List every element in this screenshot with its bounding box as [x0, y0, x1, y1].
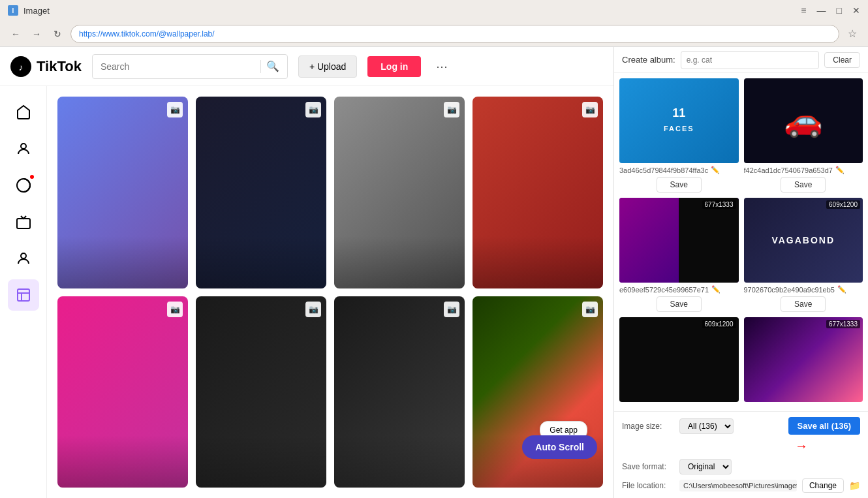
image-thumb-4: 609x1200 VAGABOND [744, 198, 863, 283]
upload-label: + Upload [309, 61, 346, 72]
video-card-1[interactable]: 📷 ▶ 73.9K #fyp #wallpaper ... [57, 97, 188, 288]
edit-icon-3[interactable]: ✏️ [711, 285, 721, 294]
minimize-icon[interactable]: — [817, 5, 826, 16]
video-thumb-1: 📷 ▶ 73.9K [57, 97, 188, 288]
more-button[interactable]: ⋯ [431, 56, 452, 77]
save-icon-4[interactable]: 📷 [582, 102, 598, 117]
sidebar-item-imaget[interactable] [8, 279, 39, 311]
tiktok-wordmark: TikTok [37, 58, 82, 75]
format-select[interactable]: Original [679, 459, 732, 475]
imaget-footer: Image size: All (136) Save all (136) → S… [614, 411, 868, 498]
auto-scroll-button[interactable]: Auto Scroll [522, 435, 597, 459]
svg-rect-4 [17, 219, 30, 228]
tiktok-logo[interactable]: ♪ TikTok [10, 56, 82, 77]
image-content-4: VAGABOND [744, 198, 863, 283]
menu-icon[interactable]: ≡ [801, 5, 806, 16]
upload-button[interactable]: + Upload [298, 55, 357, 78]
forward-button[interactable]: → [29, 26, 44, 42]
sidebar-item-following[interactable] [8, 133, 39, 164]
image-thumb-6: 677x1333 [744, 317, 863, 402]
bookmark-icon[interactable]: ☆ [845, 26, 860, 42]
close-icon[interactable]: ✕ [852, 5, 860, 16]
tiktok-content: ♪ TikTok 🔍 + Upload Log in ⋯ [0, 47, 613, 498]
profile-icon [16, 251, 31, 266]
login-button[interactable]: Log in [367, 56, 421, 77]
edit-icon-2[interactable]: ✏️ [835, 166, 845, 174]
edit-icon-1[interactable]: ✏️ [711, 166, 720, 174]
image-thumb-3: 677x1333 [619, 198, 739, 283]
refresh-button[interactable]: ↻ [50, 26, 65, 42]
save-icon-5[interactable]: 📷 [167, 302, 183, 317]
url-text: https://www.tiktok.com/@wallpaper.lab/ [79, 29, 215, 39]
clear-button[interactable]: Clear [824, 52, 860, 68]
arrow-icon: → [795, 439, 808, 454]
save-button-3[interactable]: Save [657, 296, 702, 312]
app-title: Imaget [23, 6, 50, 16]
live-icon [16, 214, 31, 230]
save-row-1: Save [619, 177, 739, 193]
imaget-sidebar-icon [16, 287, 31, 303]
search-icon[interactable]: 🔍 [266, 60, 279, 72]
main-container: ♪ TikTok 🔍 + Upload Log in ⋯ [0, 47, 868, 498]
svg-point-2 [21, 144, 26, 149]
video-card-7[interactable]: 📷 ▶ 70.1K #fyp #wallpaper ... [334, 296, 465, 488]
imaget-panel: Create album: Clear 11FACES 3ad46c5d7984… [613, 47, 868, 498]
sidebar-item-home[interactable] [8, 97, 39, 128]
save-icon-8[interactable]: 📷 [582, 302, 598, 317]
url-bar[interactable]: https://www.tiktok.com/@wallpaper.lab/ [70, 25, 839, 43]
format-row: Save format: Original [622, 459, 860, 475]
image-item-1: 11FACES 3ad46c5d79844f9b874ffa3c ✏️ Save [619, 78, 739, 193]
sidebar-item-live[interactable] [8, 206, 39, 238]
size-badge-6: 677x1333 [826, 320, 860, 328]
save-button-4[interactable]: Save [781, 296, 826, 312]
save-icon-1[interactable]: 📷 [167, 102, 183, 117]
overlay-1 [57, 97, 188, 288]
save-button-2[interactable]: Save [781, 177, 826, 193]
file-location-label: File location: [622, 481, 674, 490]
window-controls[interactable]: ≡ — □ ✕ [801, 5, 860, 16]
video-card-5[interactable]: 📷 ▶ 206.2K #fyp #wallpaper ... [57, 296, 188, 488]
video-card-3[interactable]: 📷 ▶ 91.2K #fyp #wallpaper ... [334, 97, 465, 288]
tiktok-header: ♪ TikTok 🔍 + Upload Log in ⋯ [0, 47, 613, 86]
save-row-3: Save [619, 296, 739, 312]
image-item-5: 609x1200 Save [619, 317, 739, 411]
search-bar[interactable]: 🔍 [92, 54, 288, 79]
image-size-select[interactable]: All (136) [679, 418, 734, 434]
titlebar: I Imaget ≡ — □ ✕ [0, 0, 868, 21]
overlay-3 [334, 97, 465, 288]
back-button[interactable]: ← [8, 26, 23, 42]
change-button[interactable]: Change [802, 478, 844, 493]
sidebar-item-profile[interactable] [8, 243, 39, 274]
save-icon-3[interactable]: 📷 [444, 102, 459, 117]
edit-icon-4[interactable]: ✏️ [837, 285, 846, 294]
save-icon-7[interactable]: 📷 [444, 302, 459, 317]
size-badge-4: 609x1200 [826, 200, 860, 209]
image-content-1: 11FACES [664, 106, 694, 134]
folder-icon[interactable]: 📁 [849, 480, 860, 491]
video-card-6[interactable]: 📷 ▶ 64.6K Hope this reaches the ... [196, 296, 326, 488]
save-all-button[interactable]: Save all (136) [788, 417, 860, 435]
file-location-row: File location: C:\Users\mobeesoft\Pictur… [622, 478, 860, 493]
search-divider [260, 60, 261, 73]
video-thumb-7: 📷 ▶ 70.1K [334, 296, 465, 488]
login-label: Log in [380, 61, 408, 72]
video-card-2[interactable]: 📷 ▶ 86K #fyp #wallpaper ... [196, 97, 326, 288]
save-icon-6[interactable]: 📷 [305, 302, 321, 317]
video-card-4[interactable]: 📷 ▶ 63.8K ❤️ #fyp #wallpaper ... [473, 97, 603, 288]
video-thumb-6: 📷 ▶ 64.6K [196, 296, 326, 488]
album-input[interactable] [681, 51, 820, 69]
create-album-label: Create album: [622, 55, 675, 65]
format-label: Save format: [622, 462, 674, 471]
image-hash-4: 9702670c9b2e490a9c91eb5 ✏️ [744, 285, 863, 294]
image-grid: 11FACES 3ad46c5d79844f9b874ffa3c ✏️ Save… [614, 73, 868, 411]
search-input[interactable] [101, 61, 255, 72]
sidebar-item-explore[interactable] [8, 170, 39, 201]
image-item-4: 609x1200 VAGABOND 9702670c9b2e490a9c91eb… [744, 198, 863, 312]
home-icon [16, 104, 31, 120]
maximize-icon[interactable]: □ [837, 5, 842, 16]
save-icon-2[interactable]: 📷 [305, 102, 321, 117]
save-button-1[interactable]: Save [657, 177, 702, 193]
sidebar-item-explore-wrapper [8, 170, 39, 201]
overlay-2 [196, 97, 326, 288]
save-row-2: Save [744, 177, 863, 193]
